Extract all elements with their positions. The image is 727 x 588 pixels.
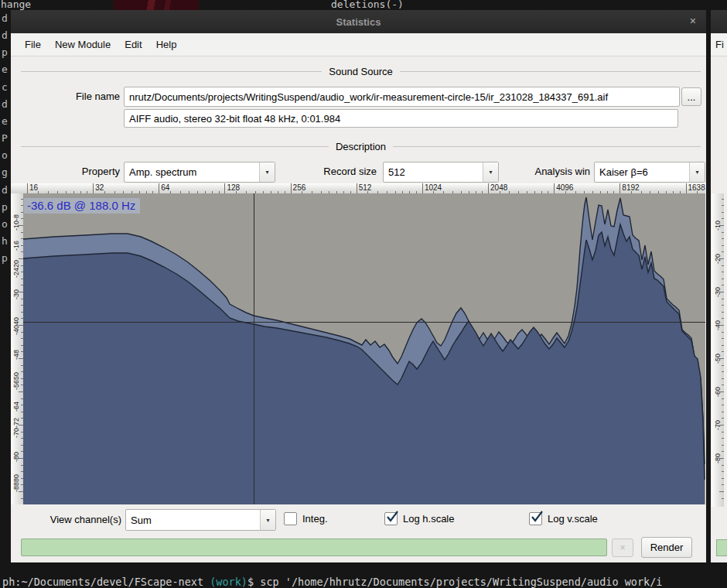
tick [27, 183, 28, 193]
menu-new-module[interactable]: New Module [48, 39, 118, 50]
browse-button[interactable]: ... [681, 87, 701, 106]
render-button[interactable]: Render [641, 537, 692, 558]
v-ruler-left: -10-8-16-2420-30-4040-48-5650-64-70-72-8… [11, 193, 23, 504]
analysis-win-label: Analysis win [483, 166, 590, 177]
tick [722, 338, 724, 339]
chevron-down-icon: ▾ [260, 510, 275, 530]
tick [719, 491, 724, 492]
analysis-win-value: Kaiser β=6 [595, 162, 689, 182]
close-icon[interactable]: × [690, 15, 696, 26]
view-channels-select[interactable]: Sum ▾ [125, 509, 276, 531]
file-info-field[interactable]: AIFF audio, stereo 32-bit float 48 kHz, … [124, 109, 678, 128]
terminal-letter: d [2, 184, 11, 196]
analysis-win-select[interactable]: Kaiser β=6 ▾ [594, 162, 705, 183]
tick [722, 465, 724, 466]
tick [719, 225, 724, 226]
tick [722, 212, 724, 213]
tick [554, 183, 555, 193]
tick [422, 183, 423, 193]
tick [159, 183, 159, 193]
tick [722, 418, 724, 419]
tick [722, 279, 724, 279]
tick [722, 478, 724, 479]
tick [722, 351, 724, 352]
tick [722, 398, 724, 399]
menu-edit[interactable]: Edit [118, 39, 148, 50]
cancel-button[interactable]: × [612, 538, 633, 557]
v-ruler-second-window: -10-20-30-40-50-60-70-80 [712, 193, 724, 507]
tick [722, 272, 724, 272]
tick [357, 183, 357, 193]
window-titlebar[interactable]: Statistics × [11, 10, 706, 33]
window-title: Statistics [336, 16, 381, 28]
check-icon [385, 509, 400, 522]
tick [619, 183, 620, 193]
menu-help[interactable]: Help [149, 39, 184, 50]
checkbox-box[interactable] [284, 512, 297, 525]
record-size-select[interactable]: 512 ▾ [383, 162, 499, 183]
tick [722, 205, 724, 206]
terminal-letter: o [2, 218, 11, 230]
x-axis-label: 512 [359, 183, 372, 192]
tick [722, 299, 724, 299]
tick [722, 471, 724, 472]
property-select[interactable]: Amp. spectrum ▾ [124, 162, 275, 183]
git-branch-label: (work) [210, 576, 247, 588]
log-v-scale-checkbox[interactable]: Log v.scale [529, 512, 598, 525]
integ-checkbox[interactable]: Integ. [284, 512, 328, 525]
tick [722, 218, 724, 219]
terminal-letter: o [2, 149, 11, 161]
description-separator: Description [21, 140, 701, 152]
background-window-menu[interactable]: Fi [711, 33, 727, 56]
tick [722, 451, 724, 452]
tick [488, 183, 489, 193]
spectrum-plot[interactable]: -36.6 dB @ 188.0 Hz [23, 193, 705, 504]
tick [722, 484, 724, 485]
background-window: Fi -10-20-30-40-50-60-70-80 [711, 10, 727, 562]
x-axis-label: 256 [293, 183, 306, 192]
terminal-letter: e [2, 63, 11, 75]
checkbox-box[interactable] [529, 512, 542, 525]
crosshair-horizontal [23, 322, 705, 323]
tick [722, 385, 724, 385]
terminal-deletions-text: deletions(-) [331, 0, 404, 10]
commit-thumbnail-image [114, 0, 199, 10]
checkbox-box[interactable] [384, 512, 398, 525]
tick [719, 425, 724, 426]
progress-bar [21, 538, 607, 556]
terminal-top-text: hange [1, 0, 31, 10]
log-h-scale-checkbox[interactable]: Log h.scale [384, 512, 455, 525]
tick [719, 391, 724, 392]
x-axis-label: 64 [161, 183, 169, 192]
tick [224, 183, 225, 193]
terminal-letter: g [2, 166, 11, 178]
tick [722, 232, 724, 233]
separator-line [21, 71, 322, 72]
separator-line [21, 146, 329, 147]
tick [686, 183, 687, 193]
menu-file[interactable]: File [18, 39, 48, 50]
prompt-prefix: ph:~/Documents/devel/FScape-next [2, 576, 210, 588]
terminal-letter: e [2, 115, 11, 127]
view-channels-label: View channel(s) [11, 514, 121, 525]
x-axis-label: 16 [29, 183, 38, 192]
x-axis-label: 32 [95, 183, 104, 192]
tick [722, 285, 724, 285]
menubar: File New Module Edit Help [11, 33, 706, 56]
tick [291, 183, 292, 193]
integ-label: Integ. [302, 513, 328, 525]
tick [722, 445, 724, 446]
terminal-letter: p [2, 46, 11, 58]
y-axis-label: -30 [11, 277, 22, 311]
tick [722, 432, 724, 432]
crosshair-vertical [254, 193, 254, 504]
file-name-label: File name [42, 91, 120, 102]
terminal-prompt-line: ph:~/Documents/devel/FScape-next (work)$… [2, 576, 727, 588]
property-value: Amp. spectrum [125, 162, 259, 182]
chevron-down-icon: ▾ [259, 162, 275, 182]
tick [722, 378, 724, 379]
tick [722, 265, 724, 266]
separator-line [393, 146, 701, 147]
file-path-input[interactable]: nrutz/Documents/projects/WritingSuspend/… [124, 87, 680, 107]
terminal-letter: p [2, 201, 11, 213]
